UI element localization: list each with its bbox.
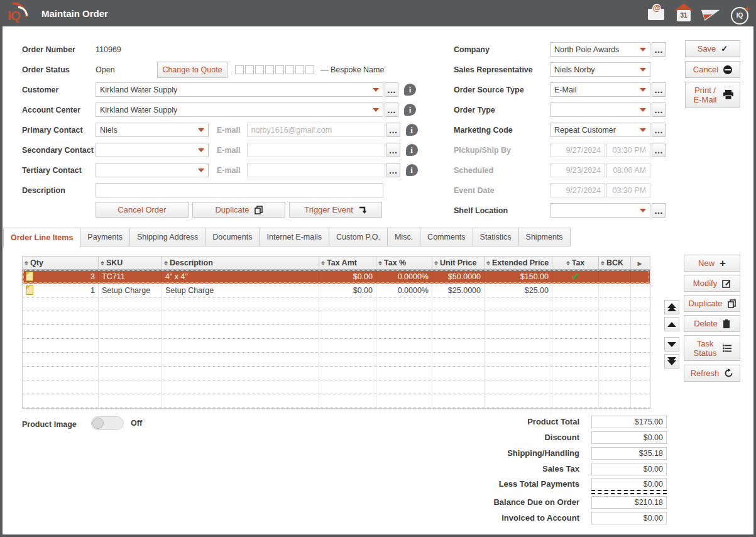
grid-empty-row[interactable] bbox=[23, 297, 650, 311]
column-header-qty[interactable]: Qty bbox=[23, 257, 99, 269]
column-header-bck[interactable]: BCK bbox=[599, 257, 631, 269]
change-to-quote-button[interactable]: Change to Quote bbox=[157, 62, 227, 78]
order-source-lookup-button[interactable]: … bbox=[652, 82, 666, 97]
marketing-code-lookup-button[interactable]: … bbox=[652, 123, 666, 137]
secondary-email-lookup-button[interactable]: … bbox=[386, 143, 400, 157]
move-top-button[interactable] bbox=[664, 300, 679, 314]
column-header-tax-amt[interactable]: Tax Amt bbox=[319, 257, 376, 269]
bespoke-checkbox[interactable] bbox=[235, 65, 244, 74]
tab-misc[interactable]: Misc. bbox=[387, 228, 420, 246]
bespoke-checkbox[interactable] bbox=[285, 65, 294, 74]
duplicate-line-button[interactable]: Duplicate bbox=[684, 295, 740, 312]
order-type-lookup-button[interactable]: … bbox=[652, 102, 666, 117]
tab-custom-po[interactable]: Custom P.O. bbox=[329, 228, 388, 246]
column-header-sku[interactable]: SKU bbox=[99, 257, 162, 269]
duplicate-order-button[interactable]: Duplicate bbox=[192, 202, 285, 218]
tab-documents[interactable]: Documents bbox=[205, 228, 260, 246]
account-center-info-icon[interactable]: i bbox=[404, 104, 416, 116]
column-header-tax-pct[interactable]: Tax % bbox=[376, 257, 432, 269]
bespoke-checkbox[interactable] bbox=[275, 65, 284, 74]
task-status-button[interactable]: Task Status bbox=[684, 335, 740, 361]
modify-line-button[interactable]: Modify bbox=[684, 275, 740, 292]
tab-payments[interactable]: Payments bbox=[80, 228, 130, 246]
cancel-order-button[interactable]: Cancel Order bbox=[96, 202, 189, 218]
primary-contact-info-icon[interactable]: i bbox=[406, 124, 418, 136]
column-header-description[interactable]: Description bbox=[162, 257, 319, 269]
grid-empty-row[interactable] bbox=[23, 311, 650, 325]
customer-combobox[interactable]: Kirkland Water Supply bbox=[96, 82, 383, 97]
shelf-location-combobox[interactable] bbox=[550, 203, 650, 218]
shelf-location-lookup-button[interactable]: … bbox=[652, 203, 666, 218]
secondary-contact-info-icon[interactable]: i bbox=[406, 144, 418, 156]
column-header-tax[interactable]: Tax bbox=[552, 257, 599, 269]
pickup-lookup-button[interactable]: … bbox=[652, 143, 666, 157]
tab-comments[interactable]: Comments bbox=[420, 228, 473, 246]
bespoke-checkbox[interactable] bbox=[245, 65, 254, 74]
tertiary-email-lookup-button[interactable]: … bbox=[386, 163, 400, 177]
plus-icon: + bbox=[720, 257, 726, 270]
scheduled-time-field[interactable]: 08:00 AM bbox=[606, 163, 650, 177]
primary-email-lookup-button[interactable]: … bbox=[386, 123, 400, 137]
primary-contact-combobox[interactable]: Niels bbox=[96, 123, 209, 137]
order-source-combobox[interactable]: E-Mail bbox=[550, 82, 650, 97]
customer-lookup-button[interactable]: … bbox=[385, 82, 398, 97]
primary-email-field[interactable]: norby1616@gmail.com bbox=[247, 123, 385, 137]
marketing-code-combobox[interactable]: Repeat Customer bbox=[550, 123, 650, 137]
save-button[interactable]: Save✓ bbox=[685, 40, 740, 57]
tertiary-contact-combobox[interactable] bbox=[96, 163, 209, 177]
grid-empty-row[interactable] bbox=[23, 380, 650, 394]
account-center-lookup-button[interactable]: … bbox=[385, 102, 398, 117]
grid-empty-row[interactable] bbox=[23, 394, 650, 408]
bespoke-checkbox[interactable] bbox=[295, 65, 304, 74]
print-email-button[interactable]: Print / E-Mail bbox=[685, 82, 740, 108]
bespoke-checkbox[interactable] bbox=[265, 65, 274, 74]
grid-empty-row[interactable] bbox=[23, 325, 650, 339]
tab-statistics[interactable]: Statistics bbox=[473, 228, 519, 246]
send-plane-icon[interactable] bbox=[702, 3, 722, 23]
column-header-extended-price[interactable]: Extended Price bbox=[485, 257, 552, 269]
tab-shipments[interactable]: Shipments bbox=[518, 228, 571, 246]
account-center-combobox[interactable]: Kirkland Water Supply bbox=[96, 102, 383, 117]
cancel-button[interactable]: Cancel bbox=[685, 61, 740, 78]
refresh-button[interactable]: Refresh bbox=[684, 365, 740, 382]
company-combobox[interactable]: North Pole Awards bbox=[550, 42, 650, 57]
order-number-row: Order Number 110969 bbox=[22, 42, 121, 57]
grid-empty-row[interactable] bbox=[23, 353, 650, 367]
move-up-button[interactable] bbox=[664, 317, 679, 331]
grid-empty-row[interactable] bbox=[23, 339, 650, 353]
tab-order-line-items[interactable]: Order Line Items bbox=[3, 228, 80, 248]
secondary-email-field[interactable] bbox=[247, 143, 385, 157]
calendar-home-icon[interactable]: 31 bbox=[674, 3, 694, 23]
order-type-combobox[interactable] bbox=[550, 102, 650, 117]
trigger-event-button[interactable]: Trigger Event bbox=[289, 202, 382, 218]
customer-info-icon[interactable]: i bbox=[404, 84, 416, 96]
scheduled-date-field[interactable]: 9/23/2024 bbox=[550, 163, 605, 177]
sales-rep-combobox[interactable]: Niels Norby bbox=[550, 62, 650, 77]
event-date-field[interactable]: 9/27/2024 bbox=[550, 183, 605, 197]
grid-empty-row[interactable] bbox=[23, 367, 650, 380]
new-line-button[interactable]: New+ bbox=[684, 255, 740, 272]
grid-row-selected[interactable]: 3 TC711 4" x 4" $0.00 0.0000% $50.0000 $… bbox=[23, 270, 650, 284]
secondary-contact-combobox[interactable] bbox=[96, 143, 209, 157]
event-time-field[interactable]: 03:30 PM bbox=[606, 183, 650, 197]
column-header-unit-price[interactable]: Unit Price bbox=[432, 257, 485, 269]
iq-plus-icon[interactable]: IQ+ bbox=[730, 3, 750, 23]
tertiary-contact-info-icon[interactable]: i bbox=[406, 164, 418, 176]
bespoke-checkbox[interactable] bbox=[255, 65, 264, 74]
sales-tax-label: Sales Tax bbox=[435, 463, 579, 475]
move-down-button[interactable] bbox=[664, 337, 679, 352]
grid-scroll-right-button[interactable]: ▸ bbox=[631, 257, 649, 269]
grid-row[interactable]: 1 Setup Charge Setup Charge $0.00 0.0000… bbox=[23, 284, 650, 297]
description-field[interactable] bbox=[96, 183, 383, 197]
pickup-date-field[interactable]: 9/27/2024 bbox=[550, 143, 605, 157]
pickup-time-field[interactable]: 03:30 PM bbox=[606, 143, 650, 157]
tab-internet-emails[interactable]: Internet E-mails bbox=[259, 228, 329, 246]
product-image-toggle[interactable] bbox=[91, 416, 124, 430]
tab-shipping-address[interactable]: Shipping Address bbox=[129, 228, 205, 246]
delete-line-button[interactable]: Delete bbox=[684, 315, 740, 332]
company-lookup-button[interactable]: … bbox=[652, 42, 666, 57]
tertiary-email-field[interactable] bbox=[247, 163, 385, 177]
email-envelope-icon[interactable]: @ bbox=[647, 3, 667, 23]
bespoke-checkbox[interactable] bbox=[305, 65, 314, 74]
move-bottom-button[interactable] bbox=[664, 354, 679, 368]
